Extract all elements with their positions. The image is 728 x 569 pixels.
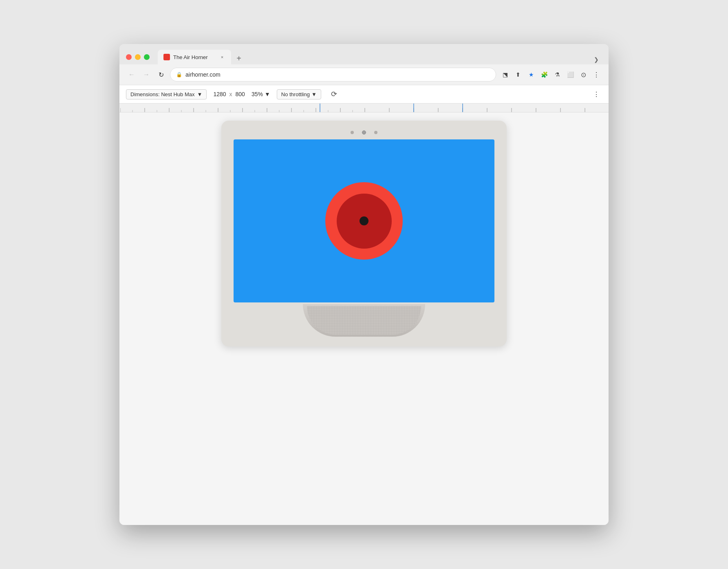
device-base-texture — [307, 306, 421, 335]
zoom-level: 35% — [251, 91, 263, 97]
device-camera — [362, 130, 366, 135]
maximize-button[interactable] — [144, 54, 150, 60]
viewport-area — [119, 112, 609, 525]
profile-button[interactable]: ⊙ — [578, 69, 589, 80]
tab-title: The Air Horner — [173, 54, 216, 60]
back-button[interactable]: ← — [126, 69, 137, 80]
forward-button[interactable]: → — [141, 69, 152, 80]
nav-bar: ← → ↻ 🔒 airhorner.com ⬔ ⬆ ★ 🧩 ⚗ ⬜ ⊙ ⋮ — [119, 64, 609, 85]
ruler-svg: // Generated in CSS, skipping JS here — … — [120, 104, 608, 112]
device-frame — [221, 121, 507, 346]
air-horn-graphic[interactable] — [325, 182, 403, 260]
device-led-left — [351, 131, 354, 134]
horn-inner-ring — [337, 194, 392, 249]
horn-outer-ring — [325, 182, 403, 260]
throttle-chevron: ▼ — [311, 91, 317, 97]
browser-more-button[interactable]: ⋮ — [591, 69, 602, 80]
share-button[interactable]: ⬆ — [512, 69, 524, 80]
zoom-selector[interactable]: 35% ▼ — [251, 91, 270, 97]
viewport-height[interactable]: 800 — [236, 91, 245, 97]
device-base — [303, 304, 425, 337]
device-selector-label: Dimensions: Nest Hub Max — [130, 91, 195, 97]
traffic-lights — [126, 54, 150, 60]
address-bar[interactable]: 🔒 airhorner.com — [170, 68, 496, 82]
device-toolbar: Dimensions: Nest Hub Max ▼ 1280 x 800 35… — [119, 85, 609, 104]
tab-close-button[interactable]: × — [219, 54, 225, 60]
toolbar-more-button[interactable]: ⋮ — [591, 88, 602, 100]
horn-center-dot — [360, 216, 368, 225]
device-screen[interactable] — [234, 139, 494, 302]
browser-window: The Air Horner × + ❯ ← → ↻ 🔒 airhorner.c… — [119, 44, 609, 525]
browser-action-icons: ⬔ ⬆ ★ 🧩 ⚗ ⬜ ⊙ ⋮ — [499, 69, 602, 80]
tab-bar: The Air Horner × + ❯ — [158, 50, 602, 64]
viewport-width[interactable]: 1280 — [213, 91, 226, 97]
dimension-display: 1280 x 800 — [213, 91, 245, 97]
zoom-chevron: ▼ — [265, 91, 270, 97]
device-led-right — [374, 131, 377, 134]
url-display: airhorner.com — [185, 71, 490, 78]
minimize-button[interactable] — [135, 54, 141, 60]
throttle-selector[interactable]: No throttling ▼ — [277, 89, 321, 99]
ruler-bar: // Generated in CSS, skipping JS here — … — [119, 104, 609, 112]
close-button[interactable] — [126, 54, 132, 60]
tab-favicon — [163, 54, 170, 60]
extensions-button[interactable]: 🧩 — [538, 69, 550, 80]
device-selector[interactable]: Dimensions: Nest Hub Max ▼ — [126, 89, 207, 99]
split-view-button[interactable]: ⬜ — [565, 69, 576, 80]
active-tab[interactable]: The Air Horner × — [158, 50, 231, 64]
lock-icon: 🔒 — [176, 72, 182, 77]
device-top-bar — [346, 130, 382, 135]
lab-icon: ⚗ — [552, 69, 563, 80]
device-selector-chevron: ▼ — [197, 91, 203, 97]
rotate-button[interactable]: ⟳ — [328, 88, 341, 101]
throttle-label: No throttling — [281, 91, 310, 97]
reload-button[interactable]: ↻ — [155, 69, 167, 80]
title-bar: The Air Horner × + ❯ — [119, 44, 609, 64]
open-new-tab-button[interactable]: ⬔ — [499, 69, 511, 80]
tab-list-chevron[interactable]: ❯ — [591, 55, 602, 64]
bookmark-button[interactable]: ★ — [525, 69, 537, 80]
new-tab-button[interactable]: + — [233, 52, 245, 64]
dimension-x: x — [229, 91, 232, 97]
